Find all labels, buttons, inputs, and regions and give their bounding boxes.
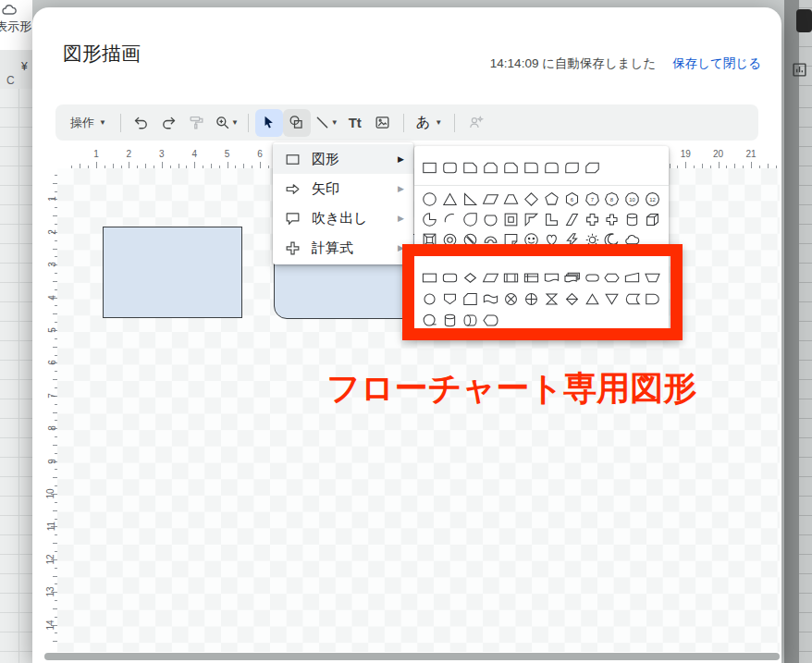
palette-shape-can[interactable] — [622, 209, 643, 229]
menu-item-callouts[interactable]: 吹き出し ▶ — [273, 203, 413, 233]
spreadsheet-left-edge: 表示形 ¥ C — [0, 0, 32, 663]
dialog-title: 図形描画 — [63, 41, 141, 67]
palette-shape-trapezoid[interactable] — [501, 189, 522, 209]
palette-shape-dodecagon-12[interactable]: 12 — [643, 189, 663, 209]
image-tool-button[interactable] — [369, 109, 397, 137]
toolbar-divider — [120, 114, 121, 132]
save-and-close-button[interactable]: 保存して閉じる — [672, 55, 761, 72]
svg-text:7: 7 — [590, 196, 593, 202]
equation-plus-icon — [284, 239, 302, 257]
line-icon — [314, 114, 331, 131]
submenu-arrow-icon: ▶ — [398, 184, 404, 193]
column-header: C — [6, 74, 15, 87]
font-tool-button[interactable]: あ ▼ — [411, 109, 448, 137]
palette-shape-half-frame[interactable] — [521, 209, 541, 229]
palette-shape-circle[interactable] — [420, 189, 440, 209]
zoom-icon — [214, 114, 231, 131]
palette-section-2: 6781012 — [420, 186, 663, 251]
spreadsheet-rows — [0, 89, 32, 663]
chevron-down-icon: ▼ — [231, 118, 239, 127]
palette-section-1 — [420, 150, 663, 185]
save-status-row: 14:14:09 に自動保存しました 保存して閉じる — [490, 55, 761, 72]
actions-menu-button[interactable]: 操作▼ — [63, 109, 114, 137]
cursor-icon — [260, 114, 277, 131]
palette-shape-round-two-corners[interactable] — [541, 150, 561, 185]
submenu-arrow-icon: ▶ — [398, 214, 404, 223]
shape-square-icon — [284, 150, 302, 168]
dimmed-page-strip — [784, 0, 799, 663]
annotation-text: フローチャート専用図形 — [326, 366, 696, 411]
palette-shape-pie[interactable] — [420, 209, 440, 229]
palette-shape-cube[interactable] — [643, 209, 663, 229]
paint-format-button[interactable] — [183, 109, 211, 137]
highlight-box — [402, 244, 683, 340]
palette-shape-triangle[interactable] — [440, 189, 461, 209]
text-tool-icon: Tt — [349, 115, 362, 130]
palette-shape-snip-two-corners[interactable] — [481, 150, 501, 185]
menu-item-shapes[interactable]: 図形 ▶ — [273, 144, 413, 174]
submenu-arrow-icon: ▶ — [398, 154, 404, 164]
palette-shape-chord[interactable] — [481, 209, 501, 229]
palette-shape-teardrop[interactable] — [461, 209, 481, 229]
menu-item-arrows[interactable]: 矢印 ▶ — [273, 174, 413, 203]
palette-shape-pentagon[interactable] — [541, 189, 561, 209]
menu-item-equation[interactable]: 計算式 ▶ — [273, 233, 413, 263]
palette-shape-l-shape[interactable] — [541, 209, 561, 229]
svg-text:10: 10 — [630, 196, 636, 202]
drawing-dialog: 図形描画 14:14:09 に自動保存しました 保存して閉じる 操作▼ ▼ — [32, 7, 781, 663]
toolbar-divider — [454, 114, 455, 132]
palette-shape-arc[interactable] — [440, 209, 461, 229]
arrow-right-icon — [284, 179, 302, 198]
select-tool-button[interactable] — [255, 109, 283, 137]
toolbar-divider — [248, 114, 249, 132]
bar-chart-icon — [792, 62, 807, 81]
undo-button[interactable] — [128, 109, 155, 137]
font-tool-icon: あ — [416, 114, 430, 131]
palette-shape-parallelogram[interactable] — [481, 189, 501, 209]
shape-tool-button[interactable] — [283, 109, 311, 137]
palette-shape-hexagon-6[interactable]: 6 — [561, 189, 582, 209]
text-tool-button[interactable]: Tt — [341, 109, 369, 137]
palette-shape-round-corner[interactable] — [521, 150, 541, 185]
svg-text:12: 12 — [649, 196, 656, 202]
currency-format-label: ¥ — [21, 60, 28, 73]
background-clipped-text: 表示形 — [0, 18, 31, 35]
line-tool-button[interactable]: ▼ — [311, 109, 341, 137]
horizontal-scrollbar[interactable] — [44, 653, 780, 660]
person-sparkle-icon — [467, 114, 485, 131]
palette-shape-cross[interactable] — [582, 209, 602, 229]
palette-shape-rounded-cross[interactable] — [602, 209, 622, 229]
palette-shape-octagon-8[interactable]: 8 — [602, 189, 622, 209]
toolbar-divider — [403, 114, 404, 132]
palette-shape-round-diagonal[interactable] — [561, 150, 582, 185]
redo-icon — [160, 114, 178, 131]
background-button — [796, 9, 812, 32]
palette-shape-snip-round-corner[interactable] — [501, 150, 522, 185]
spreadsheet-right-edge — [799, 0, 812, 663]
drawing-toolbar: 操作▼ ▼ — [55, 104, 758, 141]
chevron-down-icon: ▼ — [435, 118, 442, 127]
palette-shape-frame[interactable] — [501, 209, 522, 229]
zoom-button[interactable]: ▼ — [211, 109, 241, 137]
undo-icon — [132, 114, 150, 131]
paint-format-icon — [188, 114, 205, 131]
palette-shape-rect[interactable] — [420, 150, 440, 185]
palette-shape-right-triangle[interactable] — [461, 189, 481, 209]
palette-shape-heptagon-7[interactable]: 7 — [582, 189, 602, 209]
palette-shape-diamond[interactable] — [521, 189, 541, 209]
palette-shape-snip-corner[interactable] — [461, 150, 481, 185]
palette-shape-diagonal-stripe[interactable] — [561, 209, 582, 229]
shape-icon — [288, 114, 305, 131]
chevron-down-icon: ▼ — [331, 118, 338, 127]
people-suggest-button[interactable] — [461, 109, 489, 137]
callout-icon — [284, 209, 302, 227]
svg-text:8: 8 — [610, 196, 614, 202]
palette-shape-snip-diagonal[interactable] — [582, 150, 602, 185]
chevron-down-icon: ▼ — [99, 118, 106, 127]
redo-button[interactable] — [155, 109, 183, 137]
palette-shape-rounded-rect[interactable] — [440, 150, 461, 185]
autosave-status: 14:14:09 に自動保存しました — [490, 55, 656, 72]
palette-shape-decagon-10[interactable]: 10 — [622, 189, 643, 209]
cloud-save-icon — [2, 3, 17, 19]
canvas-shape-rectangle[interactable] — [103, 227, 242, 318]
